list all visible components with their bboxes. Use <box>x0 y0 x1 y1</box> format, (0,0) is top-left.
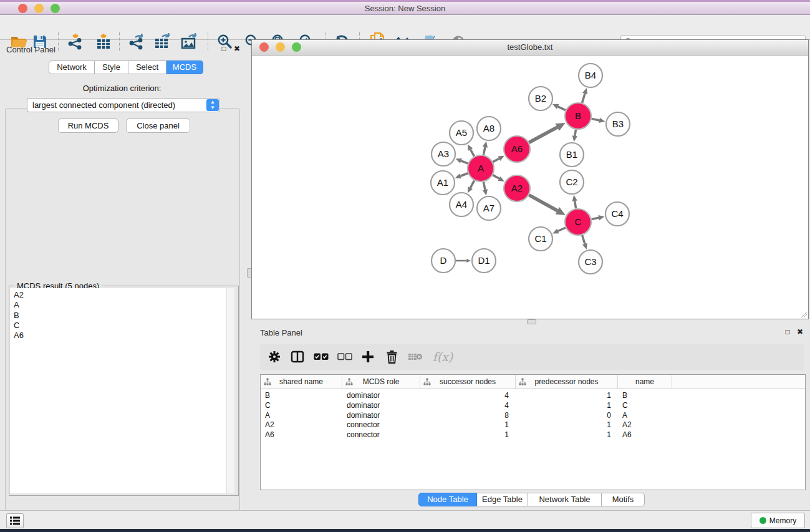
tab-mcds[interactable]: MCDS <box>166 60 203 74</box>
column-view-button[interactable] <box>288 349 307 365</box>
graph-node-A7[interactable]: A7 <box>477 196 501 220</box>
graph-edge-A-A5[interactable] <box>468 144 474 156</box>
graph-node-C1[interactable]: C1 <box>529 227 552 251</box>
graph-node-B[interactable]: B <box>565 103 591 129</box>
tab-select[interactable]: Select <box>128 60 166 74</box>
graph-edge-C-C3[interactable] <box>582 235 587 249</box>
resize-corner-icon[interactable] <box>800 311 808 318</box>
graph-edge-B-B1[interactable] <box>572 130 577 142</box>
graph-node-A6[interactable]: A6 <box>504 136 530 162</box>
graph-node-A3[interactable]: A3 <box>432 142 455 166</box>
cell-successor_nodes-row4[interactable]: 1 <box>425 430 509 440</box>
float-panel-icon[interactable]: □ <box>219 44 228 53</box>
graph-edge-B-B2[interactable] <box>552 104 566 110</box>
cell-predecessor_nodes-row3[interactable]: 1 <box>520 420 611 430</box>
graph-node-B2[interactable]: B2 <box>529 87 552 110</box>
graph-edge-A6-B[interactable] <box>529 123 565 143</box>
run-mcds-button[interactable]: Run MCDS <box>58 118 118 133</box>
graph-edge-D-D1[interactable] <box>456 259 471 263</box>
column-header-successor-nodes[interactable]: successor nodes <box>420 375 516 389</box>
graph-node-A2[interactable]: A2 <box>504 175 530 201</box>
cell-mcds_role-row4[interactable]: connector <box>347 430 413 440</box>
graph-edge-B-B3[interactable] <box>592 118 605 123</box>
cell-successor_nodes-row0[interactable]: 4 <box>425 390 509 400</box>
graph-node-A5[interactable]: A5 <box>450 121 473 145</box>
criterion-select[interactable]: largest connected component (directed) ▲… <box>27 98 220 112</box>
graph-node-B1[interactable]: B1 <box>560 143 584 167</box>
network-canvas[interactable]: AA1A2A3A4A5A6A7A8BB1B2B3B4CC1C2C3C4DD1 <box>252 56 808 319</box>
mcds-result-item[interactable]: C <box>14 321 226 331</box>
cell-mcds_role-row3[interactable]: connector <box>347 420 413 430</box>
cell-predecessor_nodes-row1[interactable]: 1 <box>520 400 611 410</box>
graph-edge-C-C2[interactable] <box>572 195 577 209</box>
cell-successor_nodes-row2[interactable]: 8 <box>425 410 509 420</box>
cell-shared_name-row4[interactable]: A6 <box>265 430 335 440</box>
add-button[interactable] <box>359 349 377 365</box>
mcds-result-item[interactable]: A <box>14 300 226 310</box>
close-panel-icon[interactable]: ✖ <box>233 44 241 53</box>
function-builder-button[interactable]: f(x) <box>430 349 456 365</box>
delete-table-button[interactable] <box>406 349 425 365</box>
tab-network[interactable]: Network <box>49 60 95 74</box>
cell-mcds_role-row0[interactable]: dominator <box>347 390 413 400</box>
tab-motifs[interactable]: Motifs <box>602 493 645 506</box>
tab-edge-table[interactable]: Edge Table <box>477 493 528 506</box>
graph-node-B4[interactable]: B4 <box>579 64 602 87</box>
memory-button[interactable]: Memory <box>751 513 805 528</box>
close-panel-button[interactable]: Close panel <box>126 118 190 133</box>
graph-node-C4[interactable]: C4 <box>605 202 629 226</box>
cell-mcds_role-row1[interactable]: dominator <box>347 400 413 410</box>
cell-shared_name-row1[interactable]: C <box>265 400 335 410</box>
graph-edge-A-A1[interactable] <box>455 173 468 178</box>
graph-edge-B-B4[interactable] <box>582 88 587 103</box>
graph-edge-C-C4[interactable] <box>592 215 605 220</box>
cell-predecessor_nodes-row4[interactable]: 1 <box>520 430 611 440</box>
task-history-button[interactable] <box>6 513 24 528</box>
mcds-result-item[interactable]: B <box>14 311 226 321</box>
cell-successor_nodes-row1[interactable]: 4 <box>425 400 509 410</box>
column-header-MCDS-role[interactable]: MCDS role <box>342 375 420 389</box>
settings-gear-button[interactable] <box>265 349 284 365</box>
graph-node-A1[interactable]: A1 <box>431 171 455 195</box>
column-header-predecessor-nodes[interactable]: predecessor nodes <box>516 375 618 389</box>
delete-button[interactable] <box>382 349 401 365</box>
mcds-result-item[interactable]: A6 <box>14 331 226 341</box>
cell-successor_nodes-row3[interactable]: 1 <box>425 420 509 430</box>
graph-node-B3[interactable]: B3 <box>606 112 630 136</box>
graph-edge-A-A2[interactable] <box>493 175 504 181</box>
graph-edge-A-A6[interactable] <box>493 156 504 162</box>
cell-name-row1[interactable]: C <box>622 400 665 410</box>
mcds-result-scrollbar[interactable] <box>226 288 234 493</box>
graph-edge-C-C1[interactable] <box>552 228 566 233</box>
graph-edge-A2-C[interactable] <box>529 195 566 215</box>
cell-shared_name-row0[interactable]: B <box>265 390 335 400</box>
graph-node-A[interactable]: A <box>468 155 494 181</box>
tab-network-table[interactable]: Network Table <box>528 493 602 506</box>
graph-node-C[interactable]: C <box>565 209 591 235</box>
cell-name-row0[interactable]: B <box>622 390 665 400</box>
cell-name-row3[interactable]: A2 <box>622 420 665 430</box>
graph-edge-A-A4[interactable] <box>468 180 475 193</box>
deselect-all-button[interactable] <box>335 349 354 365</box>
cell-mcds_role-row2[interactable]: dominator <box>347 410 413 420</box>
graph-node-A8[interactable]: A8 <box>477 117 501 140</box>
cell-shared_name-row2[interactable]: A <box>265 410 335 420</box>
tab-style[interactable]: Style <box>95 60 128 74</box>
cell-predecessor_nodes-row2[interactable]: 0 <box>520 410 611 420</box>
graph-node-D1[interactable]: D1 <box>472 249 496 273</box>
graph-node-C2[interactable]: C2 <box>560 170 584 194</box>
cell-name-row2[interactable]: A <box>622 410 665 420</box>
graph-edge-A-A8[interactable] <box>483 142 488 155</box>
tab-node-table[interactable]: Node Table <box>418 493 477 506</box>
cell-shared_name-row3[interactable]: A2 <box>265 420 335 430</box>
column-header-name[interactable]: name <box>618 375 672 389</box>
cell-predecessor_nodes-row0[interactable]: 1 <box>520 390 611 400</box>
table-float-panel-icon[interactable]: □ <box>783 327 792 336</box>
node-table[interactable]: shared nameMCDS rolesuccessor nodesprede… <box>260 374 806 490</box>
graph-node-A4[interactable]: A4 <box>450 193 473 216</box>
graph-edge-A-A3[interactable] <box>456 158 468 163</box>
select-all-button[interactable] <box>312 349 330 365</box>
cell-name-row4[interactable]: A6 <box>622 430 665 440</box>
mcds-result-item[interactable]: A2 <box>14 290 226 300</box>
table-close-panel-icon[interactable]: ✖ <box>796 327 804 336</box>
